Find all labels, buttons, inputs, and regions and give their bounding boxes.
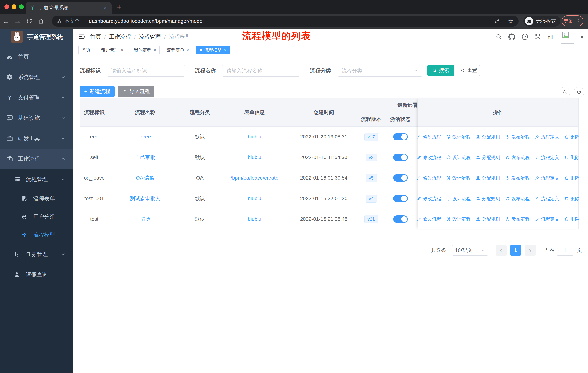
reset-button[interactable]: 重置 — [458, 65, 480, 76]
assign-rule-link[interactable]: 分配规则 — [476, 134, 500, 140]
cell-form-link[interactable]: biubiu — [218, 127, 291, 147]
cell-form-link[interactable]: biubiu — [218, 188, 291, 209]
sidebar-item-user-group[interactable]: 用户分组 — [0, 208, 73, 226]
edit-process-link[interactable]: 修改流程 — [417, 196, 441, 202]
design-process-link[interactable]: 设计流程 — [446, 134, 471, 140]
breadcrumb-item[interactable]: 流程管理 — [139, 33, 161, 40]
sidebar-item-process-management[interactable]: 流程管理 — [0, 169, 73, 189]
new-tab-button[interactable]: + — [117, 2, 122, 12]
process-key-input[interactable] — [107, 65, 185, 77]
publish-process-link[interactable]: 发布流程 — [505, 175, 530, 181]
process-name-input[interactable] — [222, 65, 300, 77]
design-process-link[interactable]: 设计流程 — [446, 216, 471, 222]
process-definition-link[interactable]: 流程定义 — [535, 154, 559, 161]
goto-page-input[interactable] — [557, 245, 573, 255]
publish-process-link[interactable]: 发布流程 — [505, 154, 530, 161]
cell-process-name-link[interactable]: OA 请假 — [109, 168, 182, 188]
assign-rule-link[interactable]: 分配规则 — [476, 196, 500, 202]
forward-icon[interactable]: → — [12, 17, 23, 25]
delete-link[interactable]: 删除 — [564, 196, 580, 202]
assign-rule-link[interactable]: 分配规则 — [476, 175, 500, 181]
tag-close-icon[interactable]: × — [121, 48, 123, 53]
publish-process-link[interactable]: 发布流程 — [505, 134, 530, 140]
cell-process-name-link[interactable]: 自己审批 — [109, 147, 182, 168]
macos-close-button[interactable] — [4, 4, 9, 9]
active-toggle[interactable] — [393, 133, 408, 141]
cell-process-name-link[interactable]: 滔博 — [109, 209, 182, 230]
font-size-icon[interactable] — [547, 33, 555, 40]
sidebar-item-system[interactable]: 系统管理 — [0, 67, 73, 87]
delete-link[interactable]: 删除 — [564, 154, 580, 161]
edit-process-link[interactable]: 修改流程 — [417, 134, 441, 140]
active-toggle[interactable] — [393, 215, 408, 223]
browser-update-button[interactable]: 更新 ⋮ — [562, 15, 583, 26]
active-toggle[interactable] — [393, 154, 408, 161]
breadcrumb-item[interactable]: 工作流程 — [109, 33, 131, 40]
edit-process-link[interactable]: 修改流程 — [417, 175, 441, 181]
sidebar-item-process-form[interactable]: 流程表单 — [0, 189, 73, 208]
macos-zoom-button[interactable] — [19, 4, 24, 9]
publish-process-link[interactable]: 发布流程 — [505, 216, 530, 222]
design-process-link[interactable]: 设计流程 — [446, 154, 471, 161]
publish-process-link[interactable]: 发布流程 — [505, 196, 530, 202]
tag-close-icon[interactable]: × — [187, 48, 189, 53]
search-button[interactable]: 搜索 — [427, 65, 454, 76]
home-icon[interactable] — [35, 18, 47, 24]
sidebar-item-workflow[interactable]: 工作流程 — [0, 149, 73, 169]
tag-close-icon[interactable]: × — [154, 48, 156, 53]
breadcrumb-item[interactable]: 首页 — [90, 33, 101, 40]
sidebar-item-dev-tools[interactable]: 研发工具 — [0, 128, 73, 149]
avatar-caret-down-icon[interactable]: ▾ — [580, 33, 584, 40]
hide-search-button[interactable] — [560, 87, 570, 97]
next-page-button[interactable]: › — [525, 245, 536, 255]
help-icon[interactable] — [522, 33, 528, 40]
avatar[interactable] — [561, 30, 574, 43]
tag-process-form[interactable]: 流程表单 × — [163, 46, 192, 54]
cell-process-name-link[interactable]: 测试多审批人 — [109, 188, 182, 209]
process-definition-link[interactable]: 流程定义 — [535, 216, 559, 222]
tag-my-process[interactable]: 我的流程 × — [130, 46, 160, 54]
sidebar-item-process-model[interactable]: 流程模型 — [0, 226, 73, 244]
delete-link[interactable]: 删除 — [564, 175, 580, 181]
sidebar-item-home[interactable]: 首页 — [0, 47, 73, 67]
sidebar-item-payment[interactable]: ¥ 支付管理 — [0, 87, 73, 108]
search-icon[interactable] — [496, 33, 502, 40]
github-icon[interactable] — [508, 33, 515, 40]
active-toggle[interactable] — [393, 174, 408, 181]
assign-rule-link[interactable]: 分配规则 — [476, 154, 500, 161]
refresh-table-button[interactable] — [574, 87, 584, 97]
macos-minimize-button[interactable] — [12, 4, 16, 9]
assign-rule-link[interactable]: 分配规则 — [476, 216, 500, 222]
active-toggle[interactable] — [393, 195, 408, 202]
sidebar-item-task-management[interactable]: 任务管理 — [0, 244, 73, 264]
cell-process-name-link[interactable]: eeee — [109, 127, 182, 147]
process-category-select[interactable]: 流程分类 — [337, 65, 422, 77]
key-icon[interactable] — [494, 18, 500, 24]
fullscreen-icon[interactable] — [535, 33, 541, 40]
design-process-link[interactable]: 设计流程 — [446, 196, 471, 202]
create-process-button[interactable]: + 新建流程 — [80, 86, 115, 97]
tag-close-icon[interactable]: × — [224, 48, 227, 53]
delete-link[interactable]: 删除 — [564, 134, 580, 140]
import-process-button[interactable]: 导入流程 — [118, 86, 154, 97]
current-page-button[interactable]: 1 — [510, 245, 521, 255]
edit-process-link[interactable]: 修改流程 — [417, 216, 441, 222]
edit-process-link[interactable]: 修改流程 — [417, 154, 441, 161]
sidebar-collapse-icon[interactable] — [78, 33, 85, 40]
browser-menu-dots-icon[interactable]: ⋮ — [576, 18, 581, 24]
process-definition-link[interactable]: 流程定义 — [535, 196, 559, 202]
tag-process-model-active[interactable]: 流程模型 × — [196, 46, 230, 54]
bookmark-star-icon[interactable]: ☆ — [508, 17, 514, 25]
sidebar-item-infrastructure[interactable]: 基础设施 — [0, 108, 73, 128]
cell-form-link[interactable]: biubiu — [218, 147, 291, 168]
design-process-link[interactable]: 设计流程 — [446, 175, 471, 181]
app-logo[interactable]: 芋道管理系统 — [11, 31, 63, 43]
back-icon[interactable]: ← — [0, 17, 12, 25]
tag-tenant-management[interactable]: 租户管理 × — [98, 46, 127, 54]
process-definition-link[interactable]: 流程定义 — [535, 134, 559, 140]
cell-form-link[interactable]: /bpm/oa/leave/create — [218, 168, 291, 188]
page-size-select[interactable]: 10条/页 — [452, 245, 488, 255]
browser-tab[interactable]: 芋道管理系统 × — [26, 2, 112, 14]
tag-home[interactable]: 首页 — [78, 46, 94, 54]
url-bar[interactable]: 不安全 dashboard.yudao.iocoder.cn/bpm/manag… — [52, 16, 519, 27]
